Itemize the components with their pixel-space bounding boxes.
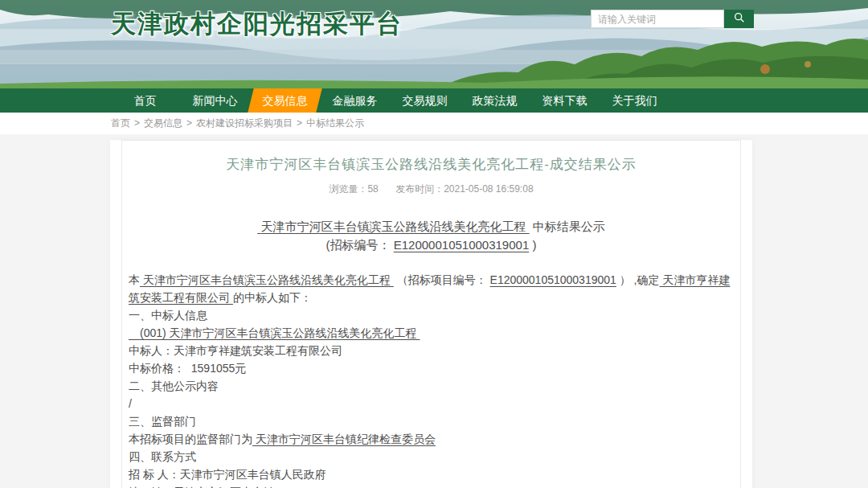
text-segment: E1200001051000319001 [394, 238, 530, 252]
nav-item-policy[interactable]: 政策法规 [460, 88, 530, 113]
nav-item-label: 金融服务 [333, 94, 378, 107]
article-line: (001) 天津市宁河区丰台镇滨玉公路线沿线美化亮化工程 [129, 324, 734, 342]
text-segment: 中标结果公示 [530, 219, 605, 233]
article-meta: 浏览量：58 发布时间：2021-05-08 16:59:08 [129, 182, 734, 196]
nav-item-label: 政策法规 [473, 94, 518, 107]
text-segment: 天津市宁河区丰台镇滨玉公路线沿线美化亮化工程 [140, 273, 394, 286]
article-line: / [129, 395, 734, 412]
text-segment: 中标人：天津市亨祥建筑安装工程有限公司 [129, 344, 342, 357]
article-box: 天津市宁河区丰台镇滨玉公路线沿线美化亮化工程-成交结果公示 浏览量：58 发布时… [121, 140, 741, 488]
site-title: 天津政村企阳光招采平台 [111, 7, 403, 41]
bid-number-line: (招标编号： E1200001051000319001 ) [129, 236, 734, 254]
article-line: 四、联系方式 [129, 448, 734, 465]
main-nav: 首页新闻中心交易信息金融服务交易规则政策法规资料下载关于我们 [0, 88, 868, 113]
nav-item-news[interactable]: 新闻中心 [180, 88, 250, 113]
text-segment: 天津市宁河区丰台镇纪律检查委员会 [252, 433, 436, 445]
article-line: 招 标 人：天津市宁河区丰台镇人民政府 [129, 465, 734, 483]
nav-item-downloads[interactable]: 资料下载 [530, 88, 600, 113]
breadcrumb-item-2[interactable]: 农村建设招标采购项目 [196, 117, 293, 129]
text-segment: / [129, 397, 132, 410]
text-segment: 天津市宁河区丰台镇滨玉公路线沿线美化亮化工程 [257, 219, 529, 233]
nav-item-label: 关于我们 [612, 94, 657, 107]
breadcrumb-item-3: 中标结果公示 [306, 117, 364, 129]
text-segment: 一、中标人信息 [129, 309, 207, 322]
nav-item-label: 资料下载 [542, 94, 588, 107]
text-segment: ） ,确定 [616, 273, 660, 286]
page-body: 天津市宁河区丰台镇滨玉公路线沿线美化亮化工程-成交结果公示 浏览量：58 发布时… [0, 140, 868, 488]
nav-items: 首页新闻中心交易信息金融服务交易规则政策法规资料下载关于我们 [110, 88, 868, 113]
text-segment: 本 [129, 273, 140, 286]
text-segment: E1200001051000319001 [490, 273, 616, 286]
nav-item-label: 新闻中心 [193, 94, 238, 107]
article-line: 三、监督部门 [129, 412, 734, 430]
intro-paragraph: 本 天津市宁河区丰台镇滨玉公路线沿线美化亮化工程 （招标项目编号： E12000… [129, 271, 734, 306]
search-icon [733, 11, 746, 27]
text-segment: 招 标 人：天津市宁河区丰台镇人民政府 [129, 468, 326, 481]
breadcrumb-separator: > [186, 117, 192, 129]
nav-item-about[interactable]: 关于我们 [600, 88, 669, 113]
text-segment: 四、联系方式 [129, 450, 196, 463]
nav-item-label: 交易信息 [263, 94, 308, 107]
search-input[interactable] [591, 10, 724, 28]
article-lines: 一、中标人信息 (001) 天津市宁河区丰台镇滨玉公路线沿线美化亮化工程 中标人… [129, 306, 734, 488]
content-column: 天津市宁河区丰台镇滨玉公路线沿线美化亮化工程-成交结果公示 浏览量：58 发布时… [110, 140, 752, 488]
breadcrumb-item-0[interactable]: 首页 [111, 117, 130, 129]
text-segment: 二、其他公示内容 [129, 379, 219, 392]
publish-time: 2021-05-08 16:59:08 [444, 183, 533, 195]
search-button[interactable] [724, 10, 754, 28]
breadcrumb-separator: > [297, 117, 302, 129]
nav-item-trade-rules[interactable]: 交易规则 [390, 88, 460, 113]
text-segment: (001) 天津市宁河区丰台镇滨玉公路线沿线美化亮化工程 [129, 326, 420, 339]
search-box [591, 10, 754, 28]
nav-item-trade-info[interactable]: 交易信息 [250, 88, 320, 113]
breadcrumb-separator: > [134, 117, 140, 129]
nav-item-home[interactable]: 首页 [110, 88, 180, 113]
article-title: 天津市宁河区丰台镇滨玉公路线沿线美化亮化工程-成交结果公示 [129, 155, 734, 174]
nav-item-finance[interactable]: 金融服务 [320, 88, 390, 113]
header-banner: 天津政村企阳光招采平台 [0, 0, 868, 88]
publish-label: 发布时间： [395, 183, 444, 195]
views-count: 58 [367, 183, 378, 195]
notice-heading: 天津市宁河区丰台镇滨玉公路线沿线美化亮化工程 中标结果公示 [129, 217, 734, 236]
article-line: 中标人：天津市亨祥建筑安装工程有限公司 [129, 342, 734, 359]
views-label: 浏览量： [329, 183, 367, 195]
nav-item-label: 交易规则 [403, 94, 448, 107]
text-segment: (招标编号： [326, 238, 394, 252]
page-root: 天津政村企阳光招采平台 首页新闻中心交易信息金融服务交易规则政策法规资料下载关于… [0, 0, 868, 488]
breadcrumb: 首页>交易信息>农村建设招标采购项目>中标结果公示 [0, 113, 868, 134]
text-segment: 本招标项目的监督部门为 [129, 433, 252, 445]
text-segment: ) [529, 238, 536, 252]
article-line: 中标价格： 1591055元 [129, 359, 734, 377]
nav-item-label: 首页 [134, 94, 157, 107]
article-line: 一、中标人信息 [129, 306, 734, 324]
text-segment: 中标价格： 1591055元 [129, 362, 246, 375]
article-line: 地 址：天津市宁河区丰台镇 [129, 483, 734, 488]
breadcrumb-item-1[interactable]: 交易信息 [144, 117, 182, 129]
article-line: 本招标项目的监督部门为 天津市宁河区丰台镇纪律检查委员会 [129, 430, 734, 448]
text-segment: 的中标人如下： [233, 291, 312, 304]
text-segment: 三、监督部门 [129, 415, 196, 428]
article-line: 二、其他公示内容 [129, 377, 734, 395]
text-segment: （招标项目编号： [394, 273, 490, 286]
